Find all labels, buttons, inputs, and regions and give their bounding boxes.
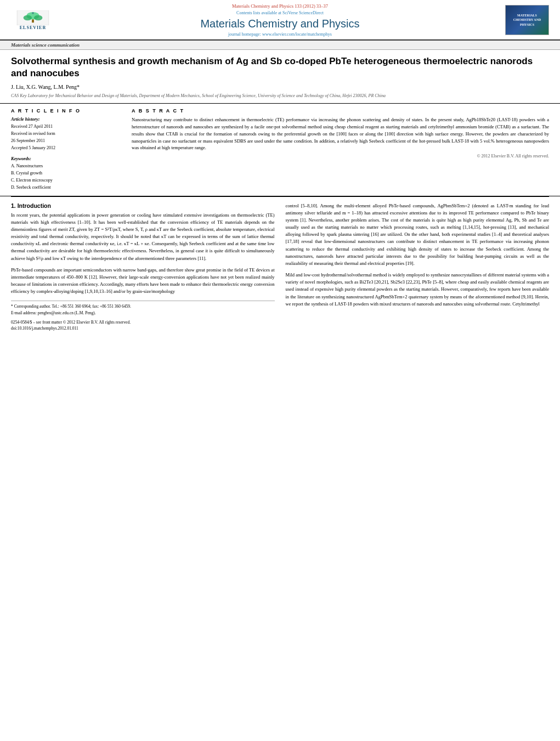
sciverse-text: Contents lists available at — [236, 10, 282, 15]
intro-section-title: 1. Introduction — [11, 202, 275, 209]
journal-logo-right: MATERIALS CHEMISTRY AND PHYSICS — [505, 5, 549, 35]
footnote-issn-block: 0254-0584/$ – see front matter © 2012 El… — [11, 319, 275, 332]
keyword-2: B. Crystal growth — [11, 170, 121, 177]
footnote-email: E-mail address: pengbro@ustc.edu.cn (L.M… — [11, 310, 275, 316]
article-info-column: A R T I C L E I N F O Article history: R… — [11, 108, 121, 191]
keyword-4: D. Seebeck coefficient — [11, 184, 121, 191]
header-center: Materials Chemistry and Physics 133 (201… — [55, 3, 505, 37]
abstract-column: A B S T R A C T Nanostructuring may cont… — [132, 108, 549, 191]
volume-info: Materials Chemistry and Physics 133 (201… — [55, 3, 505, 9]
intro-section-num: 1. — [11, 202, 16, 209]
journal-homepage: journal homepage: www.elsevier.com/locat… — [55, 32, 505, 37]
keywords-heading: Keywords: — [11, 156, 121, 161]
keyword-3: C. Electron microscopy — [11, 177, 121, 184]
body-section: 1. Introduction In recent years, the pot… — [0, 197, 560, 337]
body-col-right: control [5–8,10]. Among the multi-elemen… — [286, 202, 550, 332]
svg-rect-4 — [32, 19, 34, 22]
received2-date: 26 September 2011 — [11, 138, 121, 144]
article-info-abstract-section: A R T I C L E I N F O Article history: R… — [0, 104, 560, 196]
footnote-doi[interactable]: doi:10.1016/j.matchemphys.2012.01.011 — [11, 325, 275, 331]
received1: Received 27 April 2011 — [11, 123, 121, 130]
footnote-star: * Corresponding author. Tel.: +86 551 36… — [11, 303, 275, 309]
sciverse-link-text[interactable]: SciVerse ScienceDirect — [282, 10, 324, 15]
elsevier-logo: ELSEVIER — [11, 10, 55, 30]
body-col-left: 1. Introduction In recent years, the pot… — [11, 202, 275, 332]
elsevier-brand-label: ELSEVIER — [20, 25, 46, 30]
intro-para2: PbTe-based compounds are important semic… — [11, 267, 275, 296]
article-header: Solvothermal synthesis and growth mechan… — [0, 50, 560, 104]
svg-point-3 — [34, 15, 42, 20]
elsevier-tree-icon — [16, 10, 49, 25]
copyright-line: © 2012 Elsevier B.V. All rights reserved… — [132, 154, 549, 159]
right-para2: Mild and low-cost hydrothermal/solvother… — [286, 271, 550, 308]
svg-point-2 — [24, 15, 32, 20]
homepage-url[interactable]: www.elsevier.com/locate/matchemphys — [262, 32, 332, 37]
received2: Received in revised form — [11, 131, 121, 137]
journal-header: ELSEVIER Materials Chemistry and Physics… — [0, 0, 560, 39]
history-heading: Article history: — [11, 116, 121, 122]
keywords-section: Keywords: A. Nanostructures B. Crystal g… — [11, 156, 121, 191]
article-info-heading: A R T I C L E I N F O — [11, 108, 121, 114]
article-title: Solvothermal synthesis and growth mechan… — [11, 55, 549, 80]
footnote-issn: 0254-0584/$ – see front matter © 2012 El… — [11, 319, 275, 325]
authors-text: J. Liu, X.G. Wang, L.M. Peng* — [11, 84, 80, 90]
intro-section-label: Introduction — [18, 202, 51, 209]
journal-logo-title: MATERIALS CHEMISTRY AND PHYSICS — [508, 13, 546, 27]
sciverse-link: Contents lists available at SciVerse Sci… — [55, 10, 505, 15]
article-affiliation: CAS Key Laboratory for Mechanical Behavi… — [11, 93, 549, 99]
article-authors: J. Liu, X.G. Wang, L.M. Peng* — [11, 84, 549, 90]
intro-para1: In recent years, the potential applicati… — [11, 212, 275, 262]
keyword-1: A. Nanostructures — [11, 163, 121, 170]
page: ELSEVIER Materials Chemistry and Physics… — [0, 0, 560, 741]
right-para1: control [5–8,10]. Among the multi-elemen… — [286, 202, 550, 268]
accepted: Accepted 5 January 2012 — [11, 145, 121, 151]
journal-title: Materials Chemistry and Physics — [55, 18, 505, 30]
doi-text: doi:10.1016/j.matchemphys.2012.01.011 — [11, 326, 78, 331]
footnote-star-text: * Corresponding author. Tel.: +86 551 36… — [11, 304, 131, 309]
footnote-section: * Corresponding author. Tel.: +86 551 36… — [11, 301, 275, 331]
section-label: Materials science communication — [0, 39, 560, 50]
homepage-label: journal homepage: — [228, 32, 262, 37]
abstract-text: Nanostructuring may contribute to distin… — [132, 116, 549, 151]
svg-point-5 — [32, 12, 34, 14]
abstract-heading: A B S T R A C T — [132, 108, 549, 114]
